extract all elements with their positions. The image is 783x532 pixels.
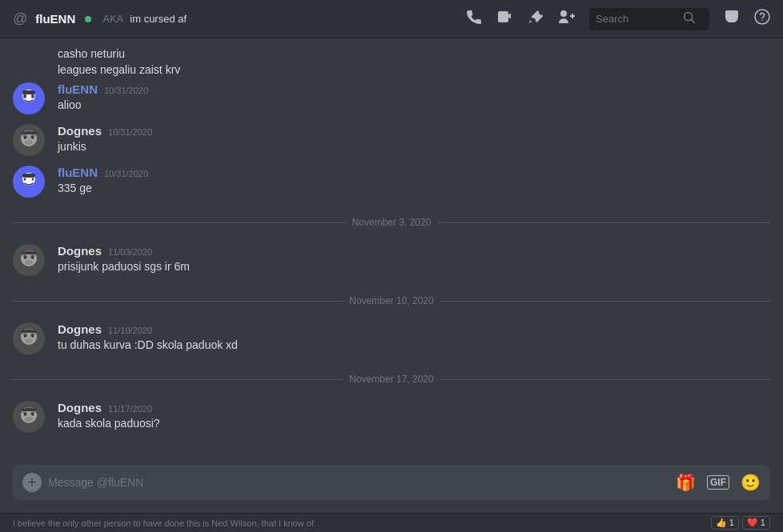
aka-value: im cursed af (130, 13, 187, 25)
pin-icon[interactable] (527, 9, 543, 29)
svg-rect-23 (22, 174, 35, 178)
date-divider-text: November 10, 2020 (349, 295, 433, 306)
avatar-fluenn (13, 166, 45, 198)
message-username: Dognes (58, 322, 102, 336)
svg-point-31 (21, 256, 24, 261)
svg-point-2 (761, 20, 763, 22)
divider-line (13, 222, 346, 223)
help-icon[interactable] (754, 9, 770, 29)
message-content: Dognes 10/31/2020 junkis (58, 124, 770, 156)
message-text: casho neturiu (58, 46, 770, 62)
search-input[interactable] (596, 13, 684, 25)
message-content: Dognes 11/10/2020 tu duhas kurva :DD sko… (58, 322, 770, 354)
message-content: fluENN 10/31/2020 alioo (58, 82, 770, 114)
svg-point-39 (25, 338, 33, 343)
message-timestamp: 10/31/2020 (108, 127, 152, 137)
message-content: fluENN 10/31/2020 335 ge (58, 166, 770, 198)
gift-icon[interactable]: 🎁 (676, 473, 696, 492)
message-text: 335 ge (58, 181, 770, 197)
message-group: Dognes 11/17/2020 kada skola paduosi? (0, 398, 783, 436)
search-icon (684, 12, 695, 26)
svg-point-48 (25, 417, 33, 422)
message-text: junkis (58, 139, 770, 155)
divider-line (13, 301, 343, 302)
svg-point-40 (21, 334, 24, 339)
top-bar: @ fluENN AKA im cursed af (0, 0, 783, 38)
reaction-badge[interactable]: 👍 1 (711, 516, 739, 530)
phone-icon[interactable] (466, 9, 482, 29)
avatar-dognes (13, 244, 45, 276)
message-group: Dognes 11/03/2020 prisijunk paduosi sgs … (0, 241, 783, 279)
channel-username: fluENN (35, 12, 75, 26)
message-continuation-top: casho neturiu leagues negaliu zaist krv (0, 45, 783, 79)
date-divider: November 10, 2020 (0, 282, 783, 319)
message-username: fluENN (58, 82, 98, 96)
video-icon[interactable] (496, 9, 512, 29)
emoji-button[interactable]: 🙂 (741, 473, 761, 492)
avatar-dognes (13, 124, 45, 156)
message-timestamp: 11/17/2020 (108, 404, 152, 414)
bottom-notification-text: I believe the only other person to have … (13, 518, 316, 528)
message-group: fluENN 10/31/2020 335 ge (0, 162, 783, 201)
input-inner: + 🎁 GIF 🙂 (13, 465, 770, 500)
divider-line (440, 301, 770, 302)
date-divider: November 3, 2020 (0, 204, 783, 241)
divider-line (437, 222, 770, 223)
input-actions: 🎁 GIF 🙂 (676, 473, 761, 492)
svg-point-18 (34, 136, 37, 141)
message-text: kada skola paduosi? (58, 416, 770, 432)
svg-point-21 (24, 178, 26, 181)
message-text: leagues negaliu zaist krv (58, 62, 770, 78)
bottom-notification-bar: I believe the only other person to have … (0, 513, 783, 532)
svg-point-22 (32, 178, 34, 181)
svg-point-30 (25, 260, 33, 265)
divider-line (13, 379, 343, 380)
svg-rect-0 (725, 10, 738, 19)
message-username: fluENN (58, 166, 98, 179)
message-group: Dognes 10/31/2020 junkis (0, 121, 783, 159)
reaction-badge[interactable]: ❤️ 1 (742, 516, 770, 530)
message-header: Dognes 11/03/2020 (58, 244, 770, 258)
message-timestamp: 11/03/2020 (108, 247, 152, 257)
message-header: Dognes 10/31/2020 (58, 124, 770, 138)
svg-point-41 (34, 334, 37, 339)
message-header: Dognes 11/17/2020 (58, 401, 770, 414)
svg-point-1 (755, 10, 769, 24)
aka-label: AKA (102, 13, 123, 25)
message-content: Dognes 11/17/2020 kada skola paduosi? (58, 401, 770, 433)
svg-point-50 (34, 413, 37, 418)
svg-point-16 (25, 140, 33, 145)
avatar-dognes (13, 322, 45, 354)
message-header: fluENN 10/31/2020 (58, 166, 770, 179)
message-timestamp: 10/31/2020 (104, 169, 148, 178)
message-timestamp: 11/10/2020 (108, 326, 152, 335)
message-username: Dognes (58, 244, 102, 258)
gif-button[interactable]: GIF (707, 475, 729, 490)
date-divider-text: November 3, 2020 (352, 217, 432, 228)
add-friend-icon[interactable] (557, 9, 575, 29)
avatar-dognes (13, 401, 45, 433)
add-attachment-button[interactable]: + (22, 473, 42, 492)
message-username: Dognes (58, 401, 102, 414)
status-dot (85, 16, 91, 22)
svg-point-7 (24, 95, 26, 98)
message-content: Dognes 11/03/2020 prisijunk paduosi sgs … (58, 244, 770, 276)
messages-area: casho neturiu leagues negaliu zaist krv … (0, 38, 783, 465)
svg-point-32 (34, 256, 37, 261)
message-text: tu duhas kurva :DD skola paduok xd (58, 338, 770, 354)
svg-point-8 (32, 95, 34, 98)
date-divider: November 17, 2020 (0, 361, 783, 398)
search-bar[interactable] (589, 8, 709, 30)
date-divider-text: November 17, 2020 (349, 374, 433, 385)
reactions-area: 👍 1 ❤️ 1 (711, 516, 770, 530)
divider-line (440, 379, 770, 380)
at-symbol: @ (13, 10, 27, 27)
message-group: fluENN 10/31/2020 alioo (0, 79, 783, 118)
message-input[interactable] (48, 476, 669, 489)
toolbar-icons (466, 8, 770, 30)
message-timestamp: 10/31/2020 (104, 86, 148, 95)
message-username: Dognes (58, 124, 102, 138)
inbox-icon[interactable] (724, 9, 740, 29)
message-text: prisijunk paduosi sgs ir 6m (58, 259, 770, 275)
svg-point-17 (21, 136, 24, 141)
